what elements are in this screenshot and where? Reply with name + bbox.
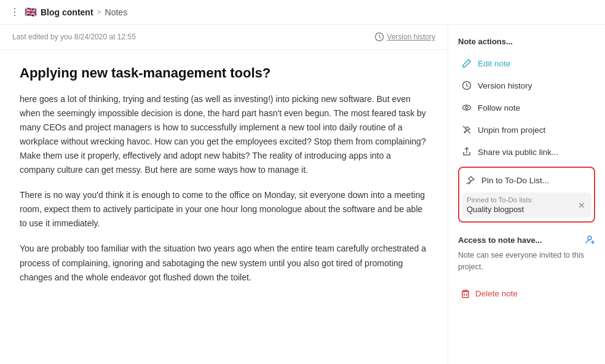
history-icon — [462, 81, 472, 90]
project-title[interactable]: Blog content — [41, 7, 93, 17]
topbar: ⋮ 🇬🇧 Blog content > Notes — [0, 0, 605, 25]
delete-note-label: Delete note — [475, 289, 518, 298]
main-layout: Last edited by you 8/24/2020 at 12:55 Ve… — [0, 25, 605, 364]
pin-icon — [465, 175, 475, 185]
pinned-section-label: Pinned to To-Do lists: — [467, 196, 533, 204]
pinned-close-icon[interactable]: ✕ — [577, 199, 587, 212]
pencil-icon — [462, 58, 472, 68]
note-paragraph-3: You are probably too familiar with the s… — [20, 242, 428, 284]
note-paragraph-2: There is no way you'd think it is enough… — [20, 188, 428, 231]
svg-point-3 — [465, 106, 468, 109]
last-edited-label: Last edited by you 8/24/2020 at 12:55 — [12, 33, 136, 41]
edit-note-label: Edit note — [478, 59, 510, 68]
unpin-action[interactable]: Unpin from project — [458, 120, 595, 140]
note-body: here goes a lot of thinking, trying and … — [20, 92, 428, 285]
access-title: Access to note have... — [458, 235, 542, 245]
access-header: Access to note have... — [458, 235, 595, 245]
follow-note-action[interactable]: Follow note — [458, 98, 595, 117]
breadcrumb: 🇬🇧 Blog content > Notes — [25, 6, 127, 18]
share-action[interactable]: Share via public link... — [458, 142, 595, 162]
version-history-action[interactable]: Version history — [458, 76, 595, 95]
pin-todo-label: Pin to To-Do List... — [481, 176, 549, 185]
breadcrumb-section[interactable]: Notes — [105, 7, 128, 17]
delete-note-action[interactable]: Delete note — [458, 285, 595, 303]
note-paragraph-1: here goes a lot of thinking, trying and … — [20, 92, 428, 178]
breadcrumb-separator: > — [97, 8, 101, 17]
left-panel: Last edited by you 8/24/2020 at 12:55 Ve… — [0, 25, 448, 364]
right-sidebar: Note actions... Edit note Version histor… — [448, 25, 605, 364]
share-label: Share via public link... — [478, 148, 558, 157]
delete-section: Delete note — [458, 285, 595, 303]
menu-icon[interactable]: ⋮ — [10, 6, 20, 18]
svg-line-5 — [467, 183, 468, 184]
add-user-icon[interactable] — [585, 235, 595, 245]
note-meta: Last edited by you 8/24/2020 at 12:55 Ve… — [0, 25, 448, 50]
access-section: Access to note have... Note can see ever… — [458, 235, 595, 273]
trash-icon — [461, 289, 470, 299]
svg-point-6 — [588, 236, 591, 240]
edit-note-action[interactable]: Edit note — [458, 53, 595, 73]
actions-title: Note actions... — [458, 37, 595, 46]
note-title: Applying new task-management tools? — [20, 65, 428, 82]
share-icon — [462, 147, 472, 157]
pin-todo-box: Pin to To-Do List... Pinned to To-Do lis… — [458, 167, 595, 223]
access-desc: Note can see everyone invited to this pr… — [458, 250, 595, 273]
note-content: Applying new task-management tools? here… — [0, 50, 448, 364]
flag-icon: 🇬🇧 — [25, 6, 37, 18]
unpin-label: Unpin from project — [478, 125, 545, 135]
version-history-sidebar-label: Version history — [478, 81, 532, 90]
pin-todo-action[interactable]: Pin to To-Do List... — [462, 172, 591, 189]
svg-point-2 — [463, 105, 471, 110]
clock-icon — [374, 32, 384, 42]
pinned-tag-name: Quality blogpost — [467, 205, 533, 214]
unpin-icon — [462, 125, 472, 135]
eye-icon — [462, 103, 472, 113]
version-history-label: Version history — [387, 33, 435, 41]
svg-rect-9 — [462, 291, 469, 298]
version-history-link[interactable]: Version history — [374, 32, 435, 42]
follow-note-label: Follow note — [478, 103, 520, 113]
pinned-tag-area: Pinned to To-Do lists: Quality blogpost … — [462, 192, 591, 218]
